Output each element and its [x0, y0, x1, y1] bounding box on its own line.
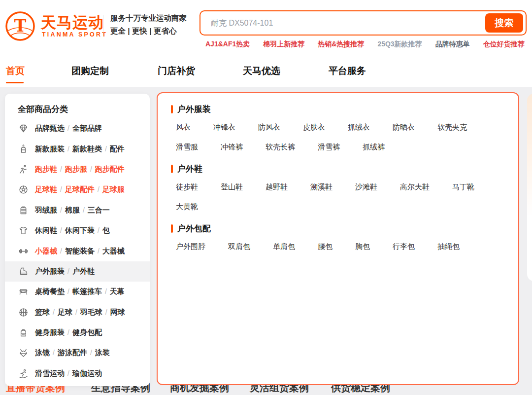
hot-link-aj1-af1-hot[interactable]: AJ1&AF1热卖 [205, 40, 250, 49]
category-item[interactable]: 风衣 [176, 122, 191, 132]
category-item[interactable]: 滑雪服 [176, 142, 198, 152]
category-link[interactable]: 新款服装 [35, 144, 65, 153]
hot-link-hot-sale-search[interactable]: 热销&热搜推荐 [318, 40, 364, 49]
category-item[interactable]: 抓绒衣 [348, 122, 370, 132]
category-item[interactable]: 冲锋裤 [221, 142, 243, 152]
category-link[interactable]: 跑步配件 [95, 165, 125, 173]
category-link[interactable]: 网球 [110, 308, 125, 316]
category-link[interactable]: 棉服 [65, 206, 80, 214]
category-item[interactable]: 越野鞋 [266, 181, 288, 192]
category-link[interactable]: 足球服 [102, 185, 125, 193]
tab-home[interactable]: 首页 [6, 65, 25, 77]
category-item[interactable]: 双肩包 [228, 241, 250, 251]
category-item[interactable]: 皮肤衣 [303, 122, 325, 132]
category-link[interactable]: 瑜伽运动 [72, 369, 102, 377]
hot-link-cotton-down-new[interactable]: 棉羽上新推荐 [263, 40, 304, 49]
sidebar-item-casual[interactable]: 休闲鞋/休闲下装/包 [5, 220, 150, 241]
sidebar-item-down-jackets[interactable]: 羽绒服/棉服/三合一 [5, 200, 150, 220]
sidebar-item-brands[interactable]: 品牌甄选/全部品牌 [5, 118, 150, 139]
category-link[interactable]: 休闲鞋 [35, 226, 57, 234]
category-link[interactable]: 全部品牌 [72, 124, 102, 132]
category-link[interactable]: 篮球 [35, 308, 50, 316]
sidebar-item-outdoor[interactable]: 户外服装/户外鞋 [5, 261, 150, 282]
sidebar-item-gym[interactable]: 健身服装/健身包配 [5, 323, 150, 343]
category-item[interactable]: 软壳夹克 [437, 122, 467, 132]
category-link[interactable]: 大器械 [102, 247, 125, 255]
sidebar-item-ball-sports[interactable]: 篮球/足球/羽毛球/网球 [5, 302, 150, 323]
sidebar-item-ski-yoga[interactable]: 滑雪运动/瑜伽运动 [5, 363, 150, 384]
category-item[interactable]: 防风衣 [258, 122, 280, 132]
category-link[interactable]: 包 [102, 226, 110, 234]
category-link[interactable]: 泳装 [95, 348, 110, 357]
sidebar-item-football[interactable]: 足球鞋/足球配件/足球服 [5, 180, 150, 200]
category-item[interactable]: 行李包 [393, 241, 415, 251]
category-link[interactable]: 足球配件 [65, 185, 95, 193]
category-link[interactable]: 小器械 [35, 247, 57, 255]
slash-separator: / [53, 308, 55, 316]
sidebar-item-swimming[interactable]: 泳镜/游泳配件/泳装 [5, 343, 150, 363]
search-button[interactable]: 搜索 [485, 13, 523, 33]
slash-separator: / [60, 165, 62, 173]
tshirt-icon [18, 225, 29, 236]
search-box: 搜索 [200, 10, 527, 36]
category-link[interactable]: 休闲下装 [65, 226, 95, 234]
category-link[interactable]: 健身服装 [35, 328, 65, 336]
sidebar-item-new-arrivals[interactable]: 新款服装/新款鞋类/配件 [5, 139, 150, 159]
slash-separator: / [75, 308, 77, 316]
category-link[interactable]: 帐篷推车 [72, 287, 102, 295]
category-link[interactable]: 羽毛球 [80, 308, 102, 316]
category-item[interactable]: 马丁靴 [452, 181, 474, 192]
category-link[interactable]: 泳镜 [35, 348, 50, 357]
category-item[interactable]: 高尔夫鞋 [400, 181, 430, 192]
category-link[interactable]: 滑雪运动 [35, 369, 65, 377]
category-link[interactable]: 品牌甄选 [35, 124, 65, 132]
category-link[interactable]: 羽绒服 [35, 206, 57, 214]
category-link[interactable]: 跑步服 [65, 165, 87, 173]
category-item[interactable]: 沙滩鞋 [355, 181, 377, 192]
tab-tianma-select[interactable]: 天马优选 [243, 65, 280, 77]
category-item[interactable]: 徒步鞋 [176, 181, 198, 192]
tab-platform-services[interactable]: 平台服务 [329, 65, 366, 77]
category-item[interactable]: 滑雪裤 [318, 142, 340, 152]
category-item[interactable]: 大黄靴 [176, 201, 198, 212]
tab-store-restock[interactable]: 门店补货 [158, 65, 195, 77]
category-link[interactable]: 三合一 [88, 206, 110, 214]
category-item[interactable]: 软壳长裤 [266, 142, 295, 152]
slash-separator: / [67, 124, 69, 132]
category-link[interactable]: 游泳配件 [58, 348, 87, 357]
sidebar-item-running[interactable]: 跑步鞋/跑步服/跑步配件 [5, 159, 150, 180]
sidebar-item-fitness-gear[interactable]: 小器械/智能装备/大器械 [5, 241, 150, 261]
category-link[interactable]: 足球 [58, 308, 72, 316]
category-link[interactable]: 智能装备 [65, 247, 95, 255]
category-item[interactable]: 防晒衣 [393, 122, 415, 132]
category-item[interactable]: 溯溪鞋 [310, 181, 332, 192]
category-link[interactable]: 足球鞋 [35, 185, 57, 193]
category-link[interactable]: 桌椅餐垫 [35, 287, 65, 295]
category-item[interactable]: 户外围脖 [176, 241, 205, 251]
category-item[interactable]: 腰包 [318, 241, 332, 251]
category-item[interactable]: 冲锋衣 [213, 122, 235, 132]
category-link[interactable]: 健身包配 [72, 328, 102, 336]
skier-icon [18, 368, 29, 379]
category-link[interactable]: 天幕 [110, 287, 125, 295]
hot-link-brand-deals[interactable]: 品牌特惠单 [435, 40, 470, 49]
hot-links-row: AJ1&AF1热卖棉羽上新推荐热销&热搜推荐25Q3新款推荐品牌特惠单仓位好货推… [205, 40, 525, 49]
slash-separator: / [60, 247, 62, 255]
hot-link-25q3-new[interactable]: 25Q3新款推荐 [377, 40, 422, 49]
category-link[interactable]: 跑步鞋 [35, 165, 57, 173]
category-link[interactable]: 配件 [110, 144, 125, 153]
tianma-logo-icon[interactable]: T [5, 11, 35, 41]
sidebar-item-camping[interactable]: 桌椅餐垫/帐篷推车/天幕 [5, 282, 150, 302]
search-input[interactable] [200, 11, 484, 35]
category-item[interactable]: 登山鞋 [221, 181, 243, 192]
category-item[interactable]: 抽绳包 [437, 241, 460, 251]
hot-link-warehouse-goods[interactable]: 仓位好货推荐 [483, 40, 525, 49]
category-link[interactable]: 新款鞋类 [72, 144, 102, 153]
category-link[interactable]: 户外鞋 [72, 267, 95, 275]
tab-group-buy[interactable]: 团购定制 [71, 65, 109, 77]
category-item[interactable]: 抓绒裤 [363, 142, 385, 152]
category-item[interactable]: 单肩包 [273, 241, 295, 251]
slash-separator: / [67, 287, 69, 295]
category-link[interactable]: 户外服装 [35, 267, 65, 275]
category-item[interactable]: 胸包 [355, 241, 370, 251]
